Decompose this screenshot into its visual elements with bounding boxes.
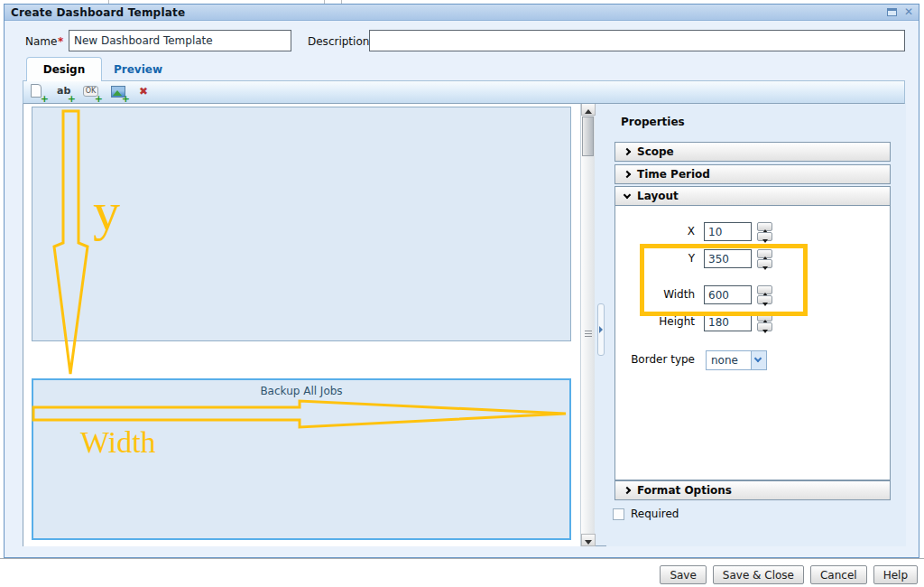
spinner-down-icon bbox=[762, 266, 768, 270]
widget-title: Backup All Jobs bbox=[33, 380, 569, 397]
delete-button[interactable]: ✖ bbox=[137, 83, 155, 101]
width-label: Width bbox=[615, 288, 695, 301]
section-time-period[interactable]: Time Period bbox=[614, 164, 891, 184]
splitter-handle[interactable] bbox=[597, 303, 605, 356]
create-dashboard-template-dialog: Create Dashboard Template ✕ Name * Descr… bbox=[4, 4, 919, 558]
dashboard-widget-top[interactable] bbox=[32, 107, 571, 341]
section-time-period-label: Time Period bbox=[637, 168, 710, 181]
footer-button-bar: Save Save & Close Cancel Help bbox=[0, 558, 924, 587]
dialog-title: Create Dashboard Template bbox=[5, 6, 185, 19]
panel-splitter[interactable] bbox=[595, 103, 606, 546]
layout-row-border-type: Border type none bbox=[615, 350, 892, 370]
scrollbar-thumb[interactable] bbox=[582, 116, 594, 156]
arrow-down-icon bbox=[585, 540, 592, 545]
section-scope-label: Scope bbox=[637, 145, 674, 158]
required-label: Required bbox=[631, 508, 679, 520]
x-spin-down-button[interactable] bbox=[757, 232, 772, 241]
design-canvas[interactable]: Backup All Jobs y Width bbox=[23, 103, 580, 546]
height-spin-up-button[interactable] bbox=[757, 312, 772, 321]
save-button[interactable]: Save bbox=[660, 565, 706, 584]
y-spin-down-button[interactable] bbox=[757, 259, 772, 268]
chevron-down-icon bbox=[624, 191, 631, 198]
properties-title: Properties bbox=[621, 116, 685, 128]
x-input[interactable] bbox=[704, 222, 752, 241]
plus-icon: + bbox=[122, 95, 130, 104]
x-label: X bbox=[615, 225, 695, 238]
border-type-dropdown[interactable]: none bbox=[706, 350, 767, 370]
spinner-down-icon bbox=[762, 303, 768, 306]
layout-section-body: X Y bbox=[614, 206, 891, 480]
layout-row-y: Y bbox=[615, 249, 892, 268]
dropdown-button[interactable] bbox=[751, 351, 766, 369]
layout-row-height: Height bbox=[615, 312, 892, 331]
section-format-options-label: Format Options bbox=[637, 484, 732, 497]
x-spin-up-button[interactable] bbox=[757, 222, 772, 231]
width-spin-down-button[interactable] bbox=[757, 295, 772, 304]
plus-icon: + bbox=[41, 95, 49, 104]
spinner-down-icon bbox=[762, 239, 768, 243]
chevron-right-icon bbox=[624, 487, 631, 494]
width-input[interactable] bbox=[704, 285, 752, 304]
y-input[interactable] bbox=[704, 249, 752, 268]
height-spin-down-button[interactable] bbox=[757, 322, 772, 331]
design-content: Backup All Jobs y Width bbox=[23, 103, 905, 546]
dialog-titlebar[interactable]: Create Dashboard Template ✕ bbox=[5, 5, 919, 21]
spinner-down-icon bbox=[762, 330, 768, 333]
delete-icon: ✖ bbox=[139, 85, 148, 98]
design-toolbar: + ab + OK + + ✖ bbox=[23, 80, 905, 104]
tab-design[interactable]: Design bbox=[26, 57, 102, 81]
required-asterisk: * bbox=[58, 35, 63, 48]
border-type-value: none bbox=[711, 354, 738, 367]
description-label: Description bbox=[308, 35, 369, 48]
properties-panel: Properties Scope Time Period Layout X bbox=[606, 103, 906, 546]
scroll-down-button[interactable] bbox=[581, 534, 596, 546]
section-format-options[interactable]: Format Options bbox=[614, 480, 891, 500]
scroll-up-button[interactable] bbox=[581, 103, 596, 116]
plus-icon: + bbox=[68, 95, 76, 104]
y-spin-up-button[interactable] bbox=[757, 249, 772, 258]
width-spin-up-button[interactable] bbox=[757, 285, 772, 294]
restore-icon[interactable] bbox=[887, 8, 897, 16]
border-type-label: Border type bbox=[615, 353, 695, 366]
section-layout[interactable]: Layout bbox=[614, 186, 891, 206]
chevron-right-icon bbox=[624, 148, 631, 155]
scrollbar-grip bbox=[585, 331, 592, 339]
required-checkbox[interactable] bbox=[613, 508, 624, 520]
section-layout-label: Layout bbox=[637, 190, 679, 202]
add-label-button[interactable]: ab + bbox=[56, 83, 74, 101]
add-image-button[interactable]: + bbox=[110, 83, 128, 101]
layout-row-x: X bbox=[615, 222, 892, 241]
canvas-vertical-scrollbar[interactable] bbox=[580, 103, 595, 546]
dashboard-widget-selected[interactable]: Backup All Jobs bbox=[32, 378, 571, 540]
add-panel-button[interactable]: + bbox=[29, 83, 47, 101]
height-label: Height bbox=[615, 315, 695, 328]
required-row: Required bbox=[613, 508, 679, 520]
cancel-button[interactable]: Cancel bbox=[810, 565, 867, 584]
description-input[interactable] bbox=[369, 30, 905, 51]
name-input[interactable] bbox=[69, 30, 291, 51]
close-icon[interactable]: ✕ bbox=[904, 6, 913, 17]
name-label: Name bbox=[25, 35, 57, 48]
collapse-arrow-icon bbox=[599, 326, 603, 333]
add-ok-button-button[interactable]: OK + bbox=[83, 83, 101, 101]
save-and-close-button[interactable]: Save & Close bbox=[713, 565, 804, 584]
plus-icon: + bbox=[95, 95, 103, 104]
height-input[interactable] bbox=[704, 312, 752, 331]
section-scope[interactable]: Scope bbox=[614, 142, 891, 162]
y-label: Y bbox=[615, 252, 695, 265]
layout-row-width: Width bbox=[615, 285, 892, 304]
screen: Create Dashboard Template ✕ Name * Descr… bbox=[0, 0, 924, 587]
tab-preview[interactable]: Preview bbox=[102, 59, 174, 81]
chevron-down-icon bbox=[754, 355, 762, 362]
arrow-up-icon bbox=[585, 109, 592, 114]
chevron-right-icon bbox=[624, 171, 631, 178]
help-button[interactable]: Help bbox=[873, 565, 918, 584]
